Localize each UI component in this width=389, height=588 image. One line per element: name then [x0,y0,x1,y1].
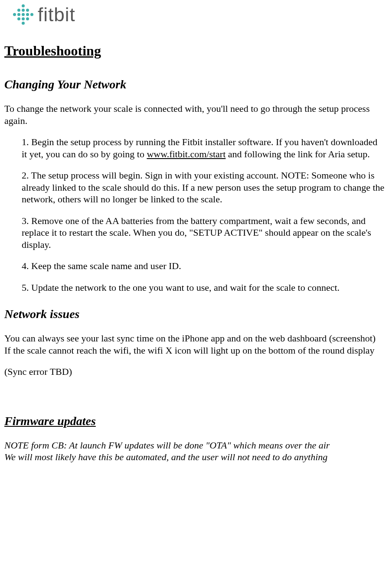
step-4: 4. Keep the same scale name and user ID. [22,260,385,272]
firmware-note-2: We will most likely have this be automat… [4,451,385,463]
step-2: 2. The setup process will begin. Sign in… [22,169,385,205]
logo-text: fitbit [38,3,75,26]
section-heading-changing-network: Changing Your Network [4,77,385,92]
step-3: 3. Remove one of the AA batteries from t… [22,215,385,251]
network-issues-p3: (Sync error TBD) [4,366,385,378]
fitbit-dots-icon [13,4,33,25]
step-5: 5. Update the network to the one you wan… [22,282,385,294]
step-1-text-b: and following the link for Aria setup. [226,149,369,159]
network-issues-p2: If the scale cannot reach the wifi, the … [4,344,385,357]
network-issues-p1: You can always see your last sync time o… [4,332,385,344]
steps-list: 1. Begin the setup process by running th… [22,136,385,293]
section-heading-firmware-updates: Firmware updates [4,413,385,429]
section-heading-network-issues: Network issues [4,306,385,322]
firmware-note-1: NOTE form CB: At launch FW updates will … [4,439,385,452]
fitbit-start-link[interactable]: www.fitbit.com/start [147,149,226,159]
step-1: 1. Begin the setup process by running th… [22,136,385,160]
brand-logo: fitbit [4,0,385,29]
section1-intro: To change the network your scale is conn… [4,103,385,127]
page-title: Troubleshooting [4,42,385,59]
